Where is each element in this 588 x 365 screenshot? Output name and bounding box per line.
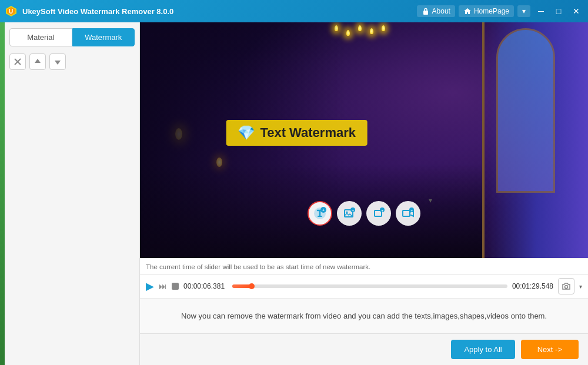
- dropdown-button[interactable]: ▾: [517, 5, 530, 17]
- shape-watermark-icon: +: [372, 206, 386, 220]
- title-bar-left: U UkeySoft Video Watermark Remover 8.0.0: [5, 5, 173, 18]
- svg-point-19: [565, 286, 568, 289]
- tab-buttons: Material Watermark: [9, 28, 135, 46]
- camera-icon: [562, 282, 571, 291]
- image-watermark-icon: +: [342, 206, 356, 220]
- add-text-watermark-button[interactable]: +: [308, 201, 332, 226]
- camera-dropdown[interactable]: ▾: [579, 283, 582, 290]
- description-text: Now you can remove the watermark from vi…: [152, 312, 576, 320]
- x-icon: [14, 58, 22, 66]
- progress-bar[interactable]: [232, 284, 507, 288]
- add-image-watermark-button[interactable]: +: [337, 201, 362, 226]
- screenshot-button[interactable]: [558, 278, 574, 294]
- homepage-button[interactable]: HomePage: [459, 5, 514, 17]
- add-video-watermark-button[interactable]: +: [396, 201, 420, 226]
- sidebar-controls: [9, 53, 135, 70]
- svg-text:+: +: [352, 209, 355, 212]
- svg-text:+: +: [411, 209, 413, 212]
- right-arch-bg: [482, 22, 588, 258]
- apply-to-all-button[interactable]: Apply to All: [451, 340, 514, 359]
- svg-text:U: U: [9, 8, 13, 15]
- right-panel: 💎 Text Watermark +: [140, 22, 588, 365]
- toolbar-dropdown[interactable]: ▾: [429, 196, 432, 205]
- watermark-label: Text Watermark: [260, 125, 356, 140]
- progress-thumb: [249, 283, 255, 289]
- play-button[interactable]: ▶: [146, 280, 154, 293]
- minimize-button[interactable]: ─: [534, 4, 548, 18]
- video-watermark-icon: +: [401, 206, 415, 220]
- app-icon: U: [5, 5, 18, 18]
- watermark-overlay: 💎 Text Watermark: [226, 120, 368, 146]
- sidebar: Material Watermark: [5, 22, 140, 365]
- app-title: UkeySoft Video Watermark Remover 8.0.0: [22, 7, 173, 16]
- step-forward-button[interactable]: ⏭: [159, 282, 167, 291]
- main-content: Material Watermark: [0, 22, 588, 365]
- stop-button[interactable]: [172, 283, 179, 290]
- current-time: 00:00:06.381: [183, 282, 228, 290]
- video-background: 💎 Text Watermark +: [140, 22, 588, 258]
- watermark-diamond-icon: 💎: [238, 125, 255, 141]
- video-area: 💎 Text Watermark +: [140, 22, 588, 258]
- arrow-down-icon: [54, 58, 62, 66]
- move-up-button[interactable]: [29, 53, 46, 70]
- watermark-toolbar: + +: [308, 201, 420, 226]
- svg-rect-16: [403, 210, 410, 216]
- close-button[interactable]: ✕: [569, 4, 583, 18]
- material-tab[interactable]: Material: [9, 28, 72, 46]
- arrow-up-icon: [34, 58, 42, 66]
- title-bar-right: About HomePage ▾ ─ □ ✕: [417, 4, 583, 18]
- maximize-button[interactable]: □: [552, 4, 566, 18]
- left-decorative-strip: [0, 22, 5, 365]
- info-message: The current time of slider will be used …: [146, 263, 370, 270]
- delete-item-button[interactable]: [9, 53, 26, 70]
- svg-text:+: +: [382, 209, 384, 212]
- text-watermark-icon: +: [313, 206, 327, 220]
- info-bar: The current time of slider will be used …: [140, 258, 588, 274]
- about-button[interactable]: About: [417, 5, 455, 17]
- description-area: Now you can remove the watermark from vi…: [140, 298, 588, 333]
- home-icon: [463, 7, 472, 15]
- arch-window-shape: [496, 28, 555, 193]
- add-shape-watermark-button[interactable]: +: [366, 201, 391, 226]
- footer-bar: Apply to All Next ->: [140, 333, 588, 365]
- move-down-button[interactable]: [49, 53, 66, 70]
- playback-bar: ▶ ⏭ 00:00:06.381 00:01:29.548 ▾: [140, 274, 588, 298]
- title-bar: U UkeySoft Video Watermark Remover 8.0.0…: [0, 0, 588, 22]
- lock-icon: [422, 7, 430, 15]
- next-button[interactable]: Next ->: [521, 340, 579, 359]
- end-time: 00:01:29.548: [512, 282, 553, 290]
- svg-text:+: +: [322, 208, 325, 212]
- svg-rect-3: [423, 11, 428, 15]
- watermark-tab[interactable]: Watermark: [72, 28, 135, 46]
